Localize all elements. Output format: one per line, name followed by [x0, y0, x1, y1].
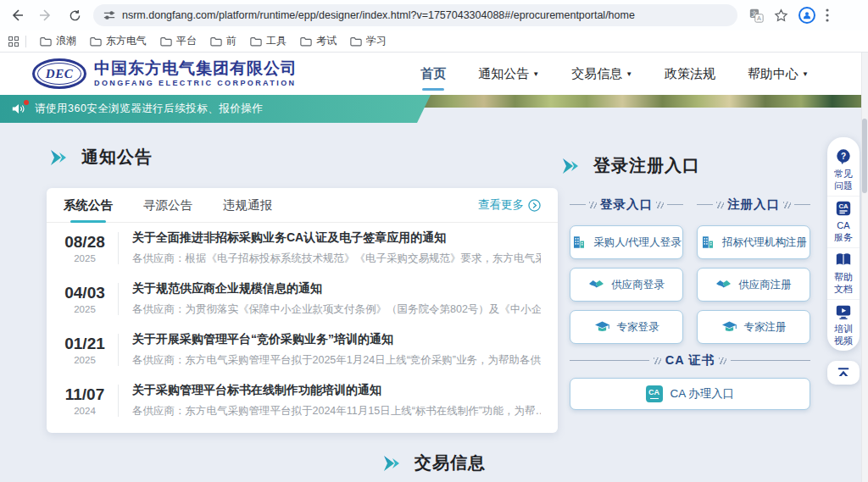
scrollbar-thumb[interactable] [862, 119, 867, 193]
register-group-label: 注册入口 [697, 197, 810, 213]
nav-policies[interactable]: 政策法规 [663, 61, 717, 87]
handshake-icon [588, 278, 604, 292]
translate-icon[interactable]: 文A [749, 8, 764, 23]
divider [118, 385, 119, 417]
ca-apply-button[interactable]: CA CA 办理入口 [570, 378, 810, 410]
url-text[interactable]: nsrm.dongfang.com/platform/runtime/epp/d… [122, 9, 635, 21]
divider [118, 334, 119, 366]
announcement-desc: 各供应商：东方电气采购管理平台拟于2024年11月15日上线“标书在线制作”功能… [132, 404, 541, 418]
chevron-down-icon: ▼ [802, 70, 809, 78]
ca-group-label: CA 证书 [570, 352, 810, 368]
bookmark-label[interactable]: 工具 [266, 34, 287, 48]
nav-trade-info[interactable]: 交易信息▼ [570, 61, 634, 87]
graduation-cap-icon [721, 320, 737, 335]
supplier-login-button[interactable]: 供应商登录 [570, 268, 683, 302]
nav-home[interactable]: 首页 [419, 61, 448, 87]
help-docs-button[interactable]: 帮助文档 [827, 247, 860, 299]
page-scrollbar[interactable] [861, 53, 868, 482]
portal-buttons: 采购人/代理人登录 招标代理机构注册 供应商登录 供应商注册 专家登录 专家注册 [570, 225, 810, 344]
quick-help-rail: ? 常见问题 CA CA服务 帮助文档 培训视频 [827, 137, 860, 351]
alert-dot [24, 100, 29, 105]
tab-system-announcements[interactable]: 系统公告 [64, 188, 113, 223]
svg-text:A: A [757, 14, 761, 22]
handshake-icon [715, 278, 732, 292]
bookmark-label[interactable]: 浪潮 [56, 34, 76, 48]
ca-badge-icon: CA [835, 200, 852, 217]
page: nsrm.dongfang.com/platform/runtime/epp/d… [0, 0, 868, 482]
nav-help-center[interactable]: 帮助中心▼ [746, 61, 810, 87]
browser-warning-banner: 请使用360安全浏览器进行后续投标、报价操作 [0, 95, 431, 123]
site-settings-icon[interactable] [103, 9, 115, 21]
bookmark-folder[interactable]: 平台 [160, 34, 197, 48]
announcement-date: 01/21 2025 [60, 335, 109, 365]
bookmark-label[interactable]: 考试 [316, 34, 337, 48]
nav-announcements[interactable]: 通知公告▼ [476, 61, 541, 87]
divider [118, 232, 119, 264]
browser-actions: 文A [749, 7, 829, 24]
company-logo[interactable]: DEC 中国东方电气集团有限公司 DONGFANG ELECTRIC CORPO… [32, 58, 298, 89]
tab-sourcing-announcements[interactable]: 寻源公告 [143, 188, 192, 223]
bookmark-folder[interactable]: 前 [210, 34, 236, 48]
company-name-en: DONGFANG ELECTRIC CORPORATION [94, 79, 298, 87]
browser-menu-icon[interactable] [826, 8, 829, 22]
video-icon [835, 303, 852, 320]
profile-avatar-icon[interactable] [798, 7, 815, 24]
announcement-row[interactable]: 01/21 2025 关于开展采购管理平台“竞价采购业务”培训的通知 各供应商：… [47, 324, 558, 375]
bookmark-folder[interactable]: 工具 [250, 34, 287, 48]
announcement-row[interactable]: 11/07 2024 关于采购管理平台标书在线制作功能培训的通知 各供应商：东方… [47, 375, 558, 426]
faq-button[interactable]: ? 常见问题 [827, 145, 860, 196]
graduation-cap-icon [594, 320, 610, 335]
main-nav: 首页 通知公告▼ 交易信息▼ 政策法规 帮助中心▼ [419, 53, 810, 95]
announcement-desc: 各供应商：为贯彻落实《保障中小企业款项支付条例》（国务院令第802号）及《中小企… [132, 302, 541, 317]
announcements-card: 系统公告 寻源公告 违规通报 查看更多 08/28 2025 关于全面推进非招标… [47, 188, 558, 433]
section-arrow-icon [561, 158, 581, 175]
browser-toolbar: nsrm.dongfang.com/platform/runtime/epp/d… [0, 0, 868, 30]
announcement-date: 04/03 2025 [60, 284, 109, 314]
bookmark-folder[interactable]: 东方电气 [90, 34, 147, 48]
announcement-title[interactable]: 关于开展采购管理平台“竞价采购业务”培训的通知 [132, 332, 541, 347]
bidding-agency-register-button[interactable]: 招标代理机构注册 [697, 225, 810, 259]
announcement-title[interactable]: 关于采购管理平台标书在线制作功能培训的通知 [132, 383, 541, 398]
bookmark-folder[interactable]: 考试 [300, 34, 337, 48]
training-videos-button[interactable]: 培训视频 [827, 299, 860, 351]
bookmark-label[interactable]: 东方电气 [106, 34, 147, 48]
collapse-rail-button[interactable] [827, 361, 860, 385]
bookmark-folder[interactable]: 学习 [350, 34, 387, 48]
address-bar[interactable]: nsrm.dongfang.com/platform/runtime/epp/d… [93, 4, 737, 26]
bookmark-label[interactable]: 平台 [176, 34, 197, 48]
chevron-down-icon: ▼ [626, 70, 632, 78]
expert-login-button[interactable]: 专家登录 [570, 310, 683, 344]
bookmark-star-icon[interactable] [774, 8, 788, 23]
view-more-link[interactable]: 查看更多 [478, 197, 541, 213]
supplier-register-button[interactable]: 供应商注册 [697, 268, 810, 302]
login-register-heading: 登录注册入口 [561, 154, 700, 177]
tab-violation-reports[interactable]: 违规通报 [223, 188, 272, 223]
speaker-icon [12, 102, 27, 116]
announcement-row[interactable]: 04/03 2025 关于规范供应商企业规模信息的通知 各供应商：为贯彻落实《保… [47, 274, 558, 324]
announcement-title[interactable]: 关于规范供应商企业规模信息的通知 [132, 281, 541, 296]
expert-register-button[interactable]: 专家注册 [697, 310, 810, 344]
building-icon [700, 235, 715, 250]
divider [118, 283, 119, 315]
announcement-date: 08/28 2025 [60, 233, 109, 263]
svg-text:CA: CA [838, 202, 849, 210]
announcement-row[interactable]: 08/28 2025 关于全面推进非招标采购业务CA认证及电子签章应用的通知 各… [47, 223, 558, 274]
dec-logo-icon: DEC [32, 58, 86, 89]
chevron-down-icon: ▼ [532, 70, 539, 78]
bookmark-label[interactable]: 前 [226, 34, 236, 48]
ca-service-button[interactable]: CA CA服务 [827, 196, 860, 247]
login-group-label: 登录入口 [570, 197, 683, 213]
bookmark-folder[interactable]: 浪潮 [40, 34, 76, 48]
bookmark-label[interactable]: 学习 [366, 34, 387, 48]
announcement-date: 11/07 2024 [60, 385, 109, 416]
logo-abbr: DEC [46, 67, 73, 81]
svg-text:?: ? [841, 152, 846, 161]
apps-grid-icon[interactable] [8, 36, 19, 47]
buyer-agent-login-button[interactable]: 采购人/代理人登录 [570, 225, 683, 259]
forward-icon[interactable] [34, 3, 58, 27]
hero-photo-strip [421, 95, 868, 108]
reload-icon[interactable] [63, 3, 86, 27]
collapse-up-icon [836, 367, 851, 379]
announcement-title[interactable]: 关于全面推进非招标采购业务CA认证及电子签章应用的通知 [132, 230, 541, 246]
back-icon[interactable] [5, 3, 29, 27]
